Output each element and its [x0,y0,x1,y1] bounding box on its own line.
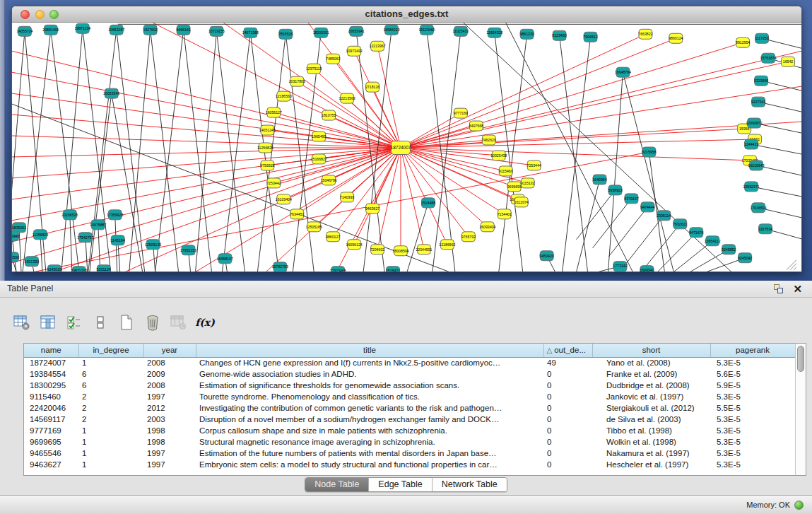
graph-edge[interactable] [673,241,712,272]
table-cell[interactable]: 1 [78,459,143,470]
graph-edge[interactable] [70,215,72,272]
graph-edge[interactable] [407,203,428,272]
table-cell[interactable]: Tourette syndrome. Phenomenology and cla… [196,391,543,402]
column-header-name[interactable]: name [24,344,78,357]
tab-network-table[interactable]: Network Table [433,478,507,491]
minimize-window-icon[interactable] [35,10,45,19]
delete-table-icon[interactable] [143,313,162,332]
column-header-out_de[interactable]: △out_de... [543,344,592,357]
table-cell[interactable]: 0 [543,436,592,448]
table-cell[interactable]: 1 [78,436,143,448]
table-grid-area[interactable]: namein_degreeyeartitle△out_de...shortpag… [24,344,795,475]
table-row[interactable]: 2242004622012Investigating the contribut… [24,402,795,414]
graph-edge[interactable] [12,72,401,148]
table-cell[interactable]: 0 [543,391,592,402]
table-cell[interactable]: 49 [543,357,592,368]
graph-edge[interactable] [577,180,600,272]
close-window-icon[interactable] [20,10,30,19]
graph-edge[interactable] [401,38,676,148]
column-header-year[interactable]: year [143,344,196,357]
graph-edge[interactable] [12,115,401,148]
table-cell[interactable]: 1997 [143,448,196,459]
table-cell[interactable]: 1997 [143,459,196,470]
table-cell[interactable]: 5.3E-5 [710,414,795,425]
column-header-pagerank[interactable]: pagerank [710,344,795,357]
table-cell[interactable]: 5.3E-5 [710,459,795,470]
table-cell[interactable]: 2012 [143,402,196,414]
graph-edge[interactable] [40,235,42,272]
table-cell[interactable]: Hescheler et al. (1997) [592,459,710,470]
graph-edge[interactable] [751,144,801,154]
close-panel-icon[interactable]: ✕ [793,283,802,296]
graph-edge[interactable] [155,30,184,271]
table-row[interactable]: 1456911722003Disruption of a novel membe… [24,414,795,425]
table-cell[interactable]: 18300295 [24,380,78,391]
table-cell[interactable]: Stergiakouli et al. (2012) [592,402,710,414]
table-cell[interactable]: 2 [78,391,143,402]
window-titlebar[interactable]: citations_edges.txt [12,6,801,23]
graph-edge[interactable] [12,148,401,263]
table-cell[interactable]: 5.5E-5 [710,402,795,414]
table-row[interactable]: 1938455462009Genome-wide association stu… [24,368,795,380]
table-cell[interactable]: 5.9E-5 [710,380,795,391]
table-cell[interactable]: 0 [543,459,592,470]
table-cell[interactable]: 0 [543,368,592,380]
table-cell[interactable]: 1 [78,357,143,368]
graph-edge[interactable] [129,30,151,271]
table-cell[interactable]: 9699695 [24,436,78,448]
graph-edge[interactable] [657,233,696,272]
graph-edge[interactable] [308,23,401,148]
network-view-window[interactable]: citations_edges.txt 18724007122139671097… [11,6,802,272]
table-cell[interactable]: 0 [543,425,592,436]
table-cell[interactable]: Structural magnetic resonance image aver… [196,436,543,448]
graph-edge[interactable] [401,34,645,148]
graph-edge[interactable] [151,30,179,271]
table-row[interactable]: 977716911998Corpus callosum shape and si… [24,425,795,436]
table-cell[interactable]: Investigating the contribution of common… [196,402,543,414]
table-cell[interactable]: 9777169 [24,425,78,436]
scrollbar-thumb[interactable] [797,346,804,372]
table-cell[interactable]: 2003 [143,414,196,425]
table-cell[interactable]: 1997 [143,391,196,402]
table-cell[interactable]: Franke et al. (2009) [592,368,710,380]
table-cell[interactable]: 5.3E-5 [710,425,795,436]
graph-edge[interactable] [51,30,79,271]
graph-edge[interactable] [184,30,212,271]
table-cell[interactable]: Estimation of the future numbers of pati… [196,448,543,459]
table-cell[interactable]: Nakamura et al. (1997) [592,448,710,459]
graph-edge[interactable] [608,207,647,257]
table-cell[interactable]: 0 [543,402,592,414]
graph-edge[interactable] [506,23,633,271]
graph-edge[interactable] [625,216,664,265]
graph-edge[interactable] [222,33,250,271]
table-cell[interactable]: 6 [78,368,143,380]
graph-edge[interactable] [433,31,461,271]
table-cell[interactable]: Tibbo et al. (1998) [592,425,710,436]
table-cell[interactable]: 18724007 [24,357,78,368]
table-row[interactable]: 946554611997Estimation of the future num… [24,448,795,459]
graph-edge[interactable] [608,72,623,271]
table-cell[interactable]: Dudbridge et al. (2008) [592,380,710,391]
table-cell[interactable]: Genome-wide association studies in ADHD. [196,368,543,380]
table-row[interactable]: 1830029562008Estimation of significance … [24,380,795,391]
table-cell[interactable]: Yano et al. (2008) [592,357,710,368]
table-cell[interactable]: 5.3E-5 [710,448,795,459]
new-table-icon[interactable] [117,313,136,332]
graph-edge[interactable] [623,72,673,271]
table-cell[interactable]: 19384554 [24,368,78,380]
float-panel-icon[interactable] [774,284,784,294]
table-cell[interactable]: 2009 [143,368,196,380]
table-cell[interactable]: 5.6E-5 [710,368,795,380]
table-cell[interactable]: 14569117 [24,414,78,425]
table-cell[interactable]: 0 [543,448,592,459]
table-cell[interactable]: 9463627 [24,459,78,470]
table-cell[interactable]: 5.3E-5 [710,357,795,368]
table-row[interactable]: 946362711997Embryonic stem cells: a mode… [24,459,795,470]
table-cell[interactable]: 2 [78,414,143,425]
table-cell[interactable]: 1 [78,425,143,436]
tab-edge-table[interactable]: Edge Table [369,478,432,491]
table-cell[interactable]: 9115460 [24,391,78,402]
graph-edge[interactable] [401,148,505,214]
table-cell[interactable]: Wolkin et al. (1998) [592,436,710,448]
column-header-short[interactable]: short [592,344,710,357]
